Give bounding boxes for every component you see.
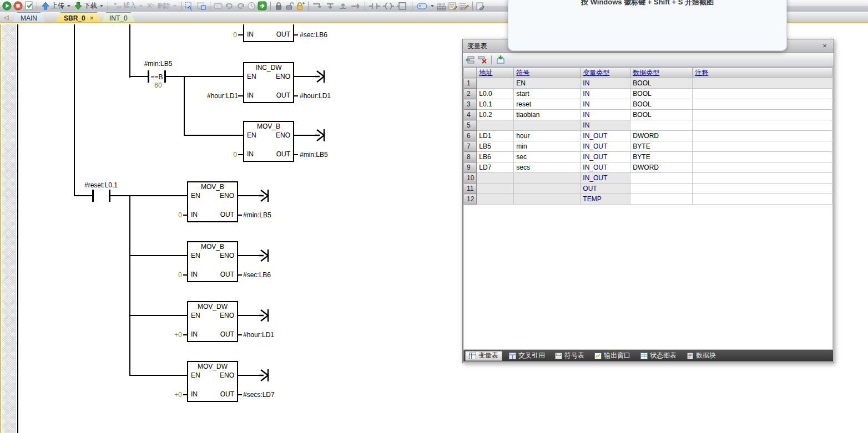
- delete-button[interactable]: ✂ 删除: [145, 1, 178, 11]
- tab-main[interactable]: MAIN: [12, 12, 46, 23]
- upload-button[interactable]: 上传: [41, 1, 72, 11]
- line-up-icon[interactable]: [337, 2, 349, 11]
- wire: [129, 255, 188, 256]
- branch-down-icon[interactable]: [312, 2, 323, 11]
- tag-caret-icon[interactable]: [431, 5, 434, 7]
- row-number[interactable]: 10: [464, 173, 477, 184]
- delete-row-icon[interactable]: [477, 55, 487, 64]
- snip-notification-popup[interactable]: 按 Windows 徽标键 + Shift + S 开始截图: [508, 0, 787, 51]
- pin-out: OUT: [276, 30, 290, 38]
- table-row[interactable]: 2L0.0startINBOOL: [464, 89, 832, 99]
- lock-icon[interactable]: [274, 2, 283, 11]
- table-row[interactable]: 3L0.1resetINBOOL: [464, 99, 832, 110]
- tab-scroll-left-button[interactable]: ◁: [2, 13, 10, 22]
- line-right-icon[interactable]: [350, 2, 361, 11]
- bottom-tab-cross-reference[interactable]: 交叉引用: [506, 351, 548, 361]
- table-row[interactable]: 7LB5minIN_OUTBYTE: [464, 141, 832, 152]
- clipped-mov-block[interactable]: IN OUT: [243, 24, 294, 42]
- table-row[interactable]: 6LD1hourIN_OUTDWORD: [464, 131, 832, 141]
- upload-caret-icon[interactable]: [67, 5, 70, 7]
- bottom-tab-output-window[interactable]: 输出窗口: [591, 351, 634, 361]
- tab-int0-label: INT_0: [109, 14, 128, 22]
- redo-icon[interactable]: [236, 2, 245, 10]
- col-header-comment[interactable]: 注释: [693, 68, 832, 78]
- row-number[interactable]: 9: [464, 162, 477, 173]
- clock-icon[interactable]: [247, 2, 256, 10]
- row-number[interactable]: 7: [464, 141, 477, 152]
- address-table-icon[interactable]: HF0: [437, 2, 447, 11]
- row-number[interactable]: 3: [464, 99, 477, 110]
- row-number[interactable]: 2: [464, 89, 477, 99]
- bottom-tab-status-chart[interactable]: 状态图表: [637, 351, 680, 361]
- symbol-tag-button[interactable]: [416, 1, 435, 11]
- coil-tool-icon[interactable]: [382, 2, 395, 11]
- svg-text:✂: ✂: [152, 3, 155, 8]
- mov-b-block[interactable]: MOV_B EN ENO IN OUT: [243, 121, 294, 162]
- mov-dw-block[interactable]: MOV_DW EN ENO IN OUT: [187, 361, 238, 402]
- table-row[interactable]: 1ENINBOOL: [464, 78, 832, 89]
- window-title: 变量表: [467, 42, 487, 50]
- out-operand: #hour:LD1: [300, 92, 331, 100]
- table-row[interactable]: 12TEMP: [464, 194, 832, 205]
- window-close-button[interactable]: ×: [820, 39, 829, 53]
- symbol-table-icon: [555, 353, 562, 359]
- table-row[interactable]: 9LD7secsIN_OUTDWORD: [464, 162, 832, 173]
- mov-b-block[interactable]: MOV_B EN ENO IN OUT: [187, 181, 238, 222]
- notes-icon[interactable]: [448, 2, 457, 11]
- toolbar-separator: [210, 2, 210, 11]
- bottom-tab-data-block[interactable]: 数据块: [683, 351, 719, 361]
- bottom-tab-bar: 变量表 交叉引用 符号表 输出窗口 状态图表 数据块: [463, 350, 833, 361]
- table-row[interactable]: 10IN_OUT: [464, 173, 832, 184]
- tab-close-icon[interactable]: ×: [90, 14, 94, 22]
- mov-b-block[interactable]: MOV_B EN ENO IN OUT: [187, 241, 238, 282]
- window-icon[interactable]: [214, 2, 223, 10]
- run-icon[interactable]: [2, 1, 12, 11]
- box-tool-icon[interactable]: [396, 2, 408, 11]
- table-empty-area: [463, 205, 833, 350]
- wire: [237, 255, 260, 256]
- network-select-icon[interactable]: [185, 2, 195, 11]
- insert-button[interactable]: HF 插入: [112, 1, 144, 11]
- tab-int0[interactable]: INT_0: [101, 12, 136, 23]
- insert-row-icon[interactable]: [465, 55, 475, 64]
- tab-sbr0[interactable]: SBR_0×: [55, 12, 102, 23]
- table-row[interactable]: 8LB6secIN_OUTBYTE: [464, 152, 832, 162]
- row-number[interactable]: 12: [464, 194, 477, 205]
- go-icon[interactable]: [258, 1, 267, 11]
- undo-icon[interactable]: [225, 2, 234, 10]
- import-icon[interactable]: [496, 55, 506, 64]
- col-header-symbol[interactable]: 符号: [514, 68, 581, 78]
- row-number[interactable]: 6: [464, 131, 477, 141]
- table-row[interactable]: 11OUT: [464, 184, 832, 194]
- row-number[interactable]: 5: [464, 120, 477, 131]
- stop-icon[interactable]: [13, 1, 23, 11]
- options-icon[interactable]: [476, 2, 485, 11]
- bottom-tab-symbol-table[interactable]: 符号表: [552, 351, 588, 361]
- row-number[interactable]: 1: [464, 78, 477, 89]
- canvas-left-border: [0, 24, 1, 433]
- row-number[interactable]: 8: [464, 152, 477, 162]
- inc-dw-block[interactable]: INC_DW EN ENO IN OUT: [243, 62, 294, 103]
- contact-operator[interactable]: ==B: [149, 73, 164, 81]
- row-number[interactable]: 4: [464, 110, 477, 120]
- mov-dw-block[interactable]: MOV_DW EN ENO IN OUT: [187, 301, 238, 342]
- compile-icon[interactable]: [24, 1, 33, 11]
- row-number[interactable]: 11: [464, 184, 477, 194]
- col-header-vartype[interactable]: 变量类型: [581, 68, 630, 78]
- lock-add-icon[interactable]: [295, 2, 305, 11]
- branch-up-icon[interactable]: [325, 2, 336, 11]
- table-row[interactable]: 4L0.2tiaobianINBOOL: [464, 110, 832, 120]
- unlock-icon[interactable]: [285, 2, 294, 11]
- network-box-icon[interactable]: [196, 2, 206, 11]
- toolbar-separator: [472, 2, 473, 11]
- table-row[interactable]: 5IN: [464, 120, 832, 131]
- download-caret-icon[interactable]: [100, 5, 103, 7]
- contact-tool-icon[interactable]: [369, 2, 381, 11]
- wire: [129, 195, 130, 376]
- col-header-address[interactable]: 地址: [477, 68, 514, 78]
- edit-table-icon[interactable]: HF0: [459, 2, 469, 11]
- col-header-datatype[interactable]: 数据类型: [630, 68, 693, 78]
- wire: [183, 274, 187, 276]
- download-button[interactable]: 下载: [73, 1, 104, 11]
- bottom-tab-variable-table[interactable]: 变量表: [465, 351, 502, 361]
